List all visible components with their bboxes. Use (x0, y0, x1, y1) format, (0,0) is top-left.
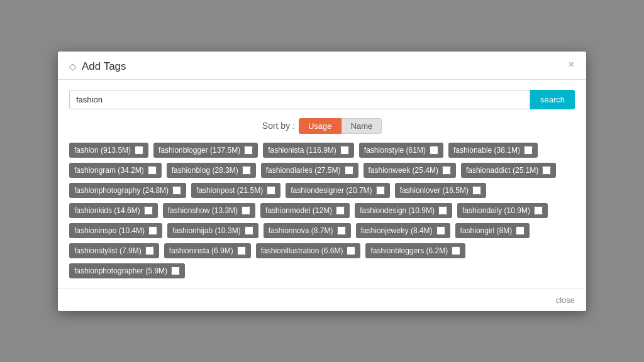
tag-checkbox[interactable] (135, 146, 143, 155)
tag-item: fashiondesigner (20.7M) (286, 183, 389, 198)
tag-item: fashioninspo (10.4M) (69, 223, 162, 238)
tag-checkbox[interactable] (542, 166, 551, 175)
tag-item: fashionmodel (12M) (260, 203, 350, 218)
tag-item: fashionjewelry (8.4M) (356, 223, 450, 238)
tag-label: fashion (913.5M) (74, 146, 131, 155)
tag-label: fashionweek (25.4M) (369, 166, 438, 175)
tag-item: fashiondesign (10.9M) (355, 203, 452, 218)
tag-item: fashionblogger (137.5M) (153, 143, 258, 158)
tag-checkbox[interactable] (244, 146, 253, 155)
modal-body: search Sort by : Usage Name fashion (913… (58, 80, 586, 288)
tag-label: fashionphotographer (5.9M) (74, 266, 167, 275)
tag-checkbox[interactable] (242, 206, 250, 215)
tags-grid: fashion (913.5M)fashionblogger (137.5M)f… (69, 143, 575, 278)
tag-checkbox[interactable] (242, 166, 251, 175)
tag-checkbox[interactable] (516, 226, 525, 235)
tag-checkbox[interactable] (347, 246, 355, 255)
tag-label: fashionnova (8.7M) (269, 226, 333, 235)
tag-item: fashionphotography (24.8M) (69, 183, 186, 198)
tag-label: fashioninspo (10.4M) (74, 226, 145, 235)
tag-label: fashionstylist (7.9M) (74, 246, 142, 255)
tag-item: fashionweek (25.4M) (364, 163, 456, 178)
tag-item: fashiondaily (10.9M) (457, 203, 548, 218)
modal-header: ◇ Add Tags × (58, 52, 586, 80)
tag-icon: ◇ (69, 61, 77, 72)
tag-label: fashionstyle (61M) (364, 146, 426, 155)
tag-label: fashionlover (16.5M) (400, 186, 469, 195)
tag-item: fashionkids (14.6M) (69, 203, 158, 218)
add-tags-modal: ◇ Add Tags × search Sort by : Usage Name… (58, 52, 586, 311)
tag-checkbox[interactable] (145, 246, 154, 255)
tag-label: fashionjewelry (8.4M) (361, 226, 433, 235)
tag-label: fashionpost (21.5M) (196, 186, 263, 195)
tag-item: fashionable (38.1M) (448, 143, 538, 158)
tag-checkbox[interactable] (340, 146, 349, 155)
tag-label: fashiondesigner (20.7M) (291, 186, 372, 195)
tag-checkbox[interactable] (534, 206, 543, 215)
tag-label: fashionshow (13.3M) (168, 206, 238, 215)
sort-by-usage-button[interactable]: Usage (299, 118, 341, 134)
tag-label: fashionable (38.1M) (453, 146, 520, 155)
tag-item: fashionshow (13.3M) (163, 203, 255, 218)
tag-label: fashiondiaries (27.5M) (266, 166, 341, 175)
tag-label: fashionista (116.9M) (268, 146, 336, 155)
tag-item: fashionblog (28.3M) (167, 163, 256, 178)
tag-item: fashiondiaries (27.5M) (261, 163, 358, 178)
tag-checkbox[interactable] (345, 166, 353, 175)
modal-title: Add Tags (82, 60, 126, 73)
tag-item: fashionaddict (25.1M) (461, 163, 556, 178)
tag-item: fashionista (116.9M) (263, 143, 354, 158)
tag-checkbox[interactable] (472, 186, 481, 195)
tag-label: fashionkids (14.6M) (74, 206, 140, 215)
search-row: search (69, 90, 575, 109)
tag-item: fashionlover (16.5M) (395, 183, 486, 198)
sort-by-name-button[interactable]: Name (341, 118, 382, 134)
tag-label: fashionillustration (6.6M) (261, 246, 343, 255)
tag-checkbox[interactable] (452, 246, 460, 255)
tag-label: fashiongram (34.2M) (74, 166, 144, 175)
tag-item: fashiongirl (8M) (455, 223, 530, 238)
tag-label: fashionbloggers (6.2M) (370, 246, 448, 255)
tag-checkbox[interactable] (144, 206, 153, 215)
tag-item: fashionbloggers (6.2M) (365, 243, 465, 258)
tag-item: fashioninsta (6.9M) (164, 243, 251, 258)
tag-checkbox[interactable] (524, 146, 533, 155)
tag-label: fashionhijab (10.3M) (172, 226, 241, 235)
tag-checkbox[interactable] (245, 226, 253, 235)
tag-checkbox[interactable] (148, 226, 157, 235)
tag-label: fashioninsta (6.9M) (169, 246, 233, 255)
tag-label: fashionaddict (25.1M) (466, 166, 538, 175)
search-input[interactable] (69, 90, 530, 109)
sort-label: Sort by : (262, 121, 295, 131)
sort-row: Sort by : Usage Name (69, 118, 575, 134)
tag-label: fashiongirl (8M) (460, 226, 513, 235)
tag-checkbox[interactable] (337, 226, 346, 235)
tag-checkbox[interactable] (148, 166, 157, 175)
tag-checkbox[interactable] (438, 206, 447, 215)
tag-checkbox[interactable] (436, 226, 445, 235)
tag-item: fashionhijab (10.3M) (167, 223, 258, 238)
tag-checkbox[interactable] (172, 186, 181, 195)
tag-label: fashionblog (28.3M) (172, 166, 238, 175)
tag-label: fashiondesign (10.9M) (360, 206, 435, 215)
modal-close-button[interactable]: × (565, 58, 577, 72)
footer-close-button[interactable]: close (556, 295, 575, 305)
tag-label: fashionphotography (24.8M) (74, 186, 169, 195)
tag-checkbox[interactable] (376, 186, 385, 195)
search-button[interactable]: search (530, 90, 575, 109)
tag-checkbox[interactable] (171, 266, 180, 275)
tag-checkbox[interactable] (442, 166, 451, 175)
tag-label: fashionblogger (137.5M) (158, 146, 240, 155)
tag-checkbox[interactable] (267, 186, 275, 195)
tag-checkbox[interactable] (430, 146, 438, 155)
tag-item: fashionnova (8.7M) (264, 223, 351, 238)
tag-item: fashionpost (21.5M) (191, 183, 280, 198)
tag-checkbox[interactable] (237, 246, 246, 255)
modal-footer: close (58, 288, 586, 311)
tag-item: fashionstyle (61M) (359, 143, 443, 158)
tag-item: fashionillustration (6.6M) (256, 243, 361, 258)
tag-label: fashionmodel (12M) (265, 206, 332, 215)
tag-item: fashionstylist (7.9M) (69, 243, 159, 258)
tag-checkbox[interactable] (336, 206, 345, 215)
tag-item: fashion (913.5M) (69, 143, 148, 158)
